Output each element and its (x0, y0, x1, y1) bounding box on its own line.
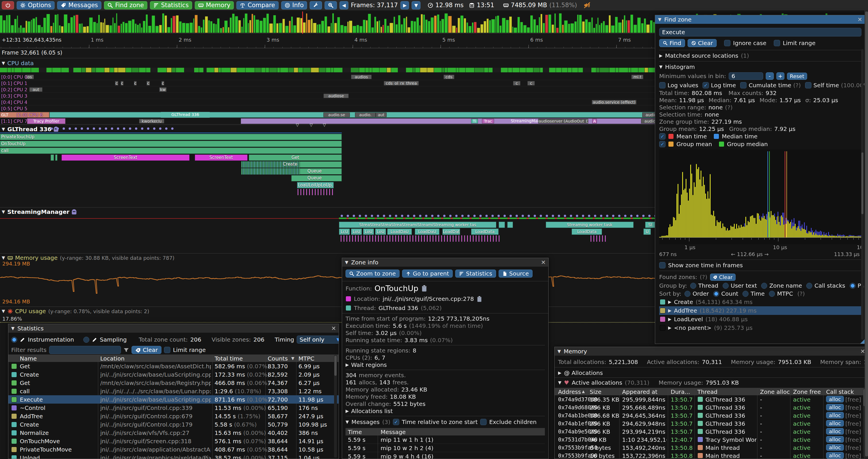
expand-arrow-icon[interactable]: ▶ (558, 370, 561, 375)
zone-segment[interactable]: LoaULoiUpLoUp. (297, 182, 334, 188)
table-row[interactable]: 0x74ab1ef040256 KB294,629,948ns13:50.7GL… (555, 419, 868, 427)
zone-segment[interactable]: LoadDaU (387, 229, 412, 235)
count-radio[interactable] (713, 291, 719, 297)
show-zone-time-checkbox[interactable] (659, 262, 665, 268)
collapse-arrow-icon[interactable]: ▼ (2, 308, 5, 314)
zone-segment[interactable] (51, 155, 54, 161)
memory-plot-header[interactable]: ▼ Memory usage (y-range: 30.88 KB, visib… (2, 254, 174, 261)
cpu-zone-segment[interactable]: audio.se (323, 112, 350, 117)
zone-segment[interactable]: LoU (375, 229, 386, 235)
ghost-zones-icon[interactable] (72, 209, 76, 215)
close-icon[interactable]: ✕ (541, 259, 546, 266)
collapse-arrow-icon[interactable]: ▼ (2, 209, 5, 215)
cpu-plot-header[interactable]: ▼ CPU usage (y-range: 0.78%, visible dat… (2, 308, 149, 315)
table-row[interactable]: AddTreejni/../jni/src/guif/Control.cpp:6… (8, 412, 339, 420)
zone-segment[interactable] (241, 168, 300, 174)
zone-segment[interactable]: call (0, 147, 342, 154)
expand-arrow-icon[interactable]: ▶ (668, 308, 672, 313)
zone-segment[interactable]: Get (249, 155, 342, 161)
log-values-checkbox[interactable] (659, 82, 665, 89)
found-zone-group[interactable]: ▶LoadLevel(18) 406.88 µs (659, 315, 863, 324)
histogram-row[interactable]: ▼Histogram (659, 63, 861, 71)
zone-segment[interactable]: OnTouchUp (0, 141, 342, 147)
column-header-call-stack[interactable]: Call stack (826, 388, 854, 395)
limit-range-checkbox[interactable] (164, 347, 170, 353)
filter-input[interactable] (49, 346, 121, 354)
find-zone-histogram[interactable] (659, 150, 861, 244)
alloc-callstack-button[interactable]: alloc (826, 452, 844, 459)
time-radio[interactable] (742, 291, 748, 297)
cpu-zone-segment[interactable]: Trac (482, 119, 494, 124)
close-icon[interactable]: ✕ (857, 16, 862, 23)
cumulate-time-checkbox[interactable] (740, 82, 746, 89)
reset-button[interactable]: Reset (787, 73, 807, 80)
statistics-button[interactable]: Statistics (455, 269, 496, 277)
collapsed-zones-icon[interactable]: ▽ (296, 123, 299, 127)
cpu-zone-segment[interactable]: c (121, 81, 124, 86)
ignore-case-checkbox[interactable] (724, 40, 731, 46)
legend-checkbox[interactable]: ✓ (659, 141, 665, 147)
cpu-zone-segment[interactable]: aut (376, 112, 386, 117)
table-row[interactable]: Createjni/../jni/src/guif/Control.cpp:17… (8, 420, 339, 429)
zone-segment[interactable] (591, 235, 608, 242)
zone-segment[interactable]: Streaming worker task (546, 222, 633, 228)
collapse-arrow-icon[interactable]: ▼ (11, 326, 14, 331)
zone-info-titlebar[interactable]: ▼ Zone info (342, 258, 548, 267)
filter-funnel-icon[interactable] (124, 347, 129, 353)
cpu-zone-segment[interactable]: c (115, 81, 118, 86)
column-header-thread[interactable]: Thread (698, 388, 717, 395)
column-header-location[interactable]: Location (100, 355, 125, 362)
table-row[interactable]: Executejni/../jni/src/claw/base/LuaScrip… (8, 395, 339, 403)
legend-checkbox[interactable]: ✓ (659, 133, 665, 139)
cpu-zone-segment[interactable]: kworker/u (139, 119, 164, 124)
zone-segment[interactable]: LoadData (571, 229, 602, 235)
zone-segment[interactable]: U (643, 229, 651, 235)
parent-radio[interactable] (849, 283, 856, 289)
frame-dropdown-button[interactable]: ▼ (412, 1, 420, 9)
cpu-zone-segment[interactable]: A (592, 119, 597, 124)
message-row[interactable]: 5.59 smip 11 w 1 h 1 (1) (345, 435, 545, 444)
column-header-dura-[interactable]: Dura... (671, 388, 690, 395)
alloc-callstack-button[interactable]: alloc (826, 420, 844, 427)
memory-plot[interactable] (0, 265, 658, 298)
found-zone-group[interactable]: ▶AddTree(18,542) 227.19 ms (659, 306, 863, 315)
cpu-zone-segment[interactable]: c (161, 81, 164, 86)
resize-handle[interactable] (860, 339, 865, 343)
column-header-counts[interactable]: Counts (268, 355, 288, 362)
prev-frame-button[interactable]: ◀ (340, 1, 348, 9)
column-header-appeared-at[interactable]: Appeared at (622, 388, 657, 395)
memory-button[interactable]: Memory (195, 1, 234, 9)
zone-segment[interactable]: Queue (293, 168, 336, 174)
glthread-header[interactable]: ▼ GLThread 336 (2, 126, 58, 133)
zone-segment[interactable] (298, 189, 334, 195)
zone-segment[interactable]: LoadData (471, 229, 499, 235)
column-header-zone-free[interactable]: Zone free (793, 388, 821, 395)
zone-segment[interactable]: Queue (293, 175, 336, 182)
call-stacks-radio[interactable] (806, 283, 812, 289)
statistics-scrollbar[interactable] (334, 355, 337, 458)
matched-sources-row[interactable]: ▶Matched source locations(1) (659, 52, 861, 60)
cpu-zone-segment[interactable]: Tracy Profiler (27, 118, 65, 124)
minus-button[interactable]: - (766, 72, 774, 80)
cpu-zone-segment[interactable]: c (513, 81, 521, 86)
table-row[interactable]: OnTouchMovejni/../jni/src/guif/Screen.cp… (8, 437, 339, 445)
zone-segment[interactable]: LoU (363, 229, 374, 235)
table-row[interactable]: Get/mnt/e/claw/src/claw/base/AssetDict.h… (8, 362, 339, 370)
limit-range-checkbox[interactable] (774, 40, 780, 46)
messages-button[interactable]: Messages (57, 1, 101, 9)
cpu-zone-segment[interactable]: Ti (471, 119, 478, 124)
log-time-checkbox[interactable]: ✓ (703, 82, 709, 89)
table-row[interactable]: ~Controljni/../jni/src/guif/Control.cpp:… (8, 403, 339, 412)
zoom-to-zone-button[interactable]: Zoom to zone (345, 269, 400, 277)
expand-arrow-icon[interactable]: ▶ (668, 299, 672, 304)
compare-button[interactable]: Compare (237, 1, 278, 9)
cpu-zone-segment[interactable]: c (527, 81, 535, 86)
zone-segment[interactable] (341, 235, 501, 242)
collapsed-zones-icon[interactable]: ▽ (310, 123, 313, 127)
collapse-arrow-icon[interactable]: ▼ (658, 17, 661, 22)
thread-radio[interactable] (690, 283, 696, 289)
cpu-zone-segment[interactable]: audioserver (AudioOut_D) (538, 119, 588, 124)
cpu-zone-segment[interactable]: mi.t (631, 75, 643, 79)
cpu-zone-segment[interactable]: cds (443, 75, 455, 79)
expand-arrow-icon[interactable]: ▶ (668, 325, 672, 330)
